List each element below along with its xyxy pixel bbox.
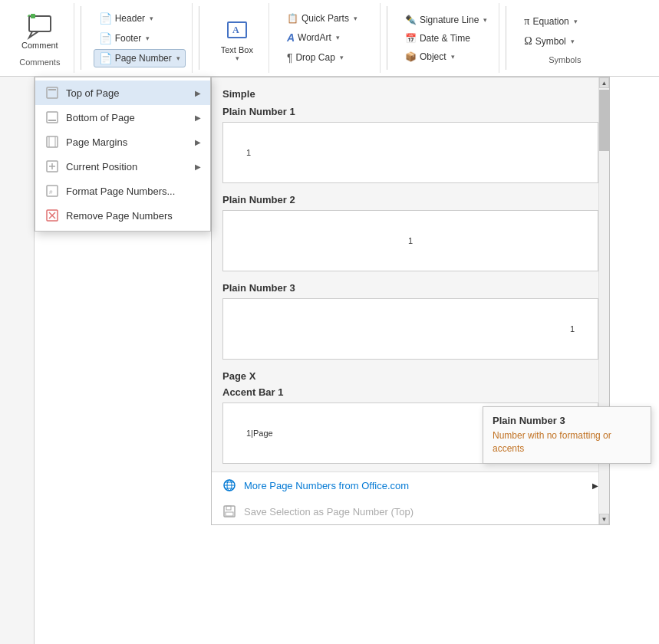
- svg-rect-2: [31, 14, 35, 18]
- current-position-icon: [44, 159, 60, 174]
- plain-number-1-preview[interactable]: 1: [222, 122, 598, 183]
- save-selection-icon: [222, 504, 236, 518]
- more-page-numbers-label: More Page Numbers from Office.com: [244, 480, 409, 491]
- more-page-numbers-arrow: ▶: [592, 481, 598, 490]
- scrollbar-thumb[interactable]: [599, 90, 609, 151]
- plain-number-3-label: Plain Number 3: [222, 282, 598, 294]
- ribbon-group-insert: ✒️ Signature Line ▾ 📅 Date & Time 📦 Obje…: [394, 3, 499, 73]
- textbox-button[interactable]: A Text Box ▾: [212, 12, 262, 65]
- plain-number-3-preview[interactable]: 1: [222, 298, 598, 360]
- scrollbar-up-btn[interactable]: ▲: [599, 77, 609, 88]
- object-button[interactable]: 📦 Object ▾: [400, 48, 493, 65]
- bottom-of-page-icon: [44, 110, 60, 125]
- symbol-icon: Ω: [524, 35, 532, 48]
- date-time-button[interactable]: 📅 Date & Time: [400, 30, 493, 47]
- top-of-page-label: Top of Page: [66, 87, 119, 99]
- symbols-group-label: Symbols: [549, 55, 581, 64]
- svg-rect-9: [48, 89, 56, 90]
- svg-rect-12: [47, 136, 58, 147]
- symbol-arrow: ▾: [571, 38, 575, 45]
- more-page-numbers-item[interactable]: More Page Numbers from Office.com ▶: [212, 472, 609, 498]
- page-margins-arrow: ▶: [195, 138, 201, 146]
- page-number-button[interactable]: 📄 Page Number ▾: [94, 49, 186, 67]
- date-time-label: Date & Time: [420, 33, 470, 44]
- plain-number-3-value: 1: [570, 324, 575, 334]
- equation-button[interactable]: π Equation ▾: [519, 12, 611, 31]
- bottom-of-page-arrow: ▶: [195, 113, 201, 122]
- page-margins-icon: [44, 134, 60, 150]
- ribbon: Comment Comments 📄 Header ▾ 📄 Footer ▾ 📄…: [0, 0, 659, 77]
- menu-item-page-margins[interactable]: Page Margins ▶: [35, 130, 210, 154]
- menu-item-current-position[interactable]: Current Position ▶: [35, 154, 210, 179]
- format-page-numbers-label: Format Page Numbers...: [66, 186, 175, 197]
- wordart-label: WordArt: [298, 32, 331, 43]
- accent-bar-1-label: Accent Bar 1: [222, 386, 598, 398]
- page-number-dropdown: Top of Page ▶ Bottom of Page ▶ Page M: [35, 77, 211, 232]
- ribbon-group-symbols: π Equation ▾ Ω Symbol ▾ Symbols: [512, 3, 617, 73]
- current-position-label: Current Position: [66, 161, 137, 172]
- gallery-footer: More Page Numbers from Office.com ▶ Save…: [212, 472, 609, 524]
- globe-icon: [222, 478, 236, 492]
- quick-parts-button[interactable]: 📋 Quick Parts ▾: [282, 10, 374, 27]
- text-tools-col: 📋 Quick Parts ▾ A WordArt ▾ ¶ Drop Cap ▾: [282, 10, 374, 67]
- svg-text:#: #: [49, 189, 53, 196]
- plain-number-1-label: Plain Number 1: [222, 106, 598, 117]
- scrollbar-down-btn[interactable]: ▼: [599, 514, 609, 524]
- date-time-icon: 📅: [405, 33, 417, 44]
- accent-bar-1-value: 1|Page: [246, 429, 273, 438]
- divider-4: [506, 6, 506, 70]
- plain-number-2-label: Plain Number 2: [222, 194, 598, 205]
- signature-line-button[interactable]: ✒️ Signature Line ▾: [400, 12, 493, 28]
- textbox-label: Text Box: [221, 45, 253, 54]
- wordart-button[interactable]: A WordArt ▾: [282, 28, 374, 47]
- gallery-section-label: Simple: [222, 88, 598, 100]
- drop-cap-icon: ¶: [287, 51, 293, 64]
- menu-item-format-page-numbers[interactable]: # Format Page Numbers...: [35, 179, 210, 203]
- textbox-arrow: ▾: [236, 54, 239, 62]
- remove-page-numbers-label: Remove Page Numbers: [66, 210, 173, 222]
- comment-button[interactable]: Comment: [12, 10, 68, 53]
- svg-text:A: A: [232, 25, 239, 35]
- header-button[interactable]: 📄 Header ▾: [94, 9, 186, 28]
- symbols-col: π Equation ▾ Ω Symbol ▾: [519, 12, 611, 51]
- object-label: Object: [420, 51, 446, 62]
- signature-label: Signature Line: [420, 15, 479, 25]
- menu-item-bottom-of-page[interactable]: Bottom of Page ▶: [35, 105, 210, 130]
- page-number-doc-icon: 📄: [99, 52, 112, 64]
- wordart-icon: A: [287, 31, 295, 44]
- bottom-of-page-label: Bottom of Page: [66, 112, 135, 123]
- plain-number-1-value: 1: [246, 148, 251, 157]
- plain-number-2-value: 1: [408, 236, 413, 245]
- signature-arrow: ▾: [483, 16, 487, 24]
- main-area: Top of Page ▶ Bottom of Page ▶ Page M: [0, 77, 659, 644]
- quick-parts-icon: 📋: [287, 13, 298, 24]
- drop-cap-button[interactable]: ¶ Drop Cap ▾: [282, 48, 374, 67]
- drop-cap-label: Drop Cap: [295, 52, 334, 63]
- page-margins-label: Page Margins: [66, 136, 127, 148]
- signature-icon: ✒️: [405, 15, 417, 25]
- svg-rect-30: [226, 512, 233, 516]
- page-number-arrow: ▾: [176, 54, 180, 62]
- symbol-label: Symbol: [535, 36, 566, 47]
- footer-label: Footer: [115, 33, 142, 44]
- symbol-button[interactable]: Ω Symbol ▾: [519, 32, 611, 51]
- header-label: Header: [115, 13, 145, 24]
- svg-rect-11: [48, 120, 56, 121]
- menu-item-remove-page-numbers[interactable]: Remove Page Numbers: [35, 203, 210, 228]
- tooltip-description: Number with no formatting or accents: [493, 429, 641, 455]
- menu-item-top-of-page[interactable]: Top of Page ▶: [35, 80, 210, 105]
- top-of-page-icon: [44, 85, 60, 100]
- ribbon-group-header-footer: 📄 Header ▾ 📄 Footer ▾ 📄 Page Number ▾: [87, 3, 193, 73]
- top-of-page-arrow: ▶: [195, 89, 201, 97]
- equation-icon: π: [524, 15, 529, 28]
- comment-label: Comment: [21, 41, 58, 50]
- tooltip-box: Plain Number 3 Number with no formatting…: [483, 406, 651, 464]
- divider-1: [81, 6, 81, 70]
- format-page-numbers-icon: #: [44, 183, 60, 199]
- footer-button[interactable]: 📄 Footer ▾: [94, 29, 186, 48]
- save-selection-item: Save Selection as Page Number (Top): [212, 498, 609, 524]
- plain-number-2-preview[interactable]: 1: [222, 210, 598, 271]
- insert-col: ✒️ Signature Line ▾ 📅 Date & Time 📦 Obje…: [400, 12, 493, 65]
- svg-marker-1: [29, 31, 38, 38]
- quick-parts-label: Quick Parts: [301, 13, 349, 24]
